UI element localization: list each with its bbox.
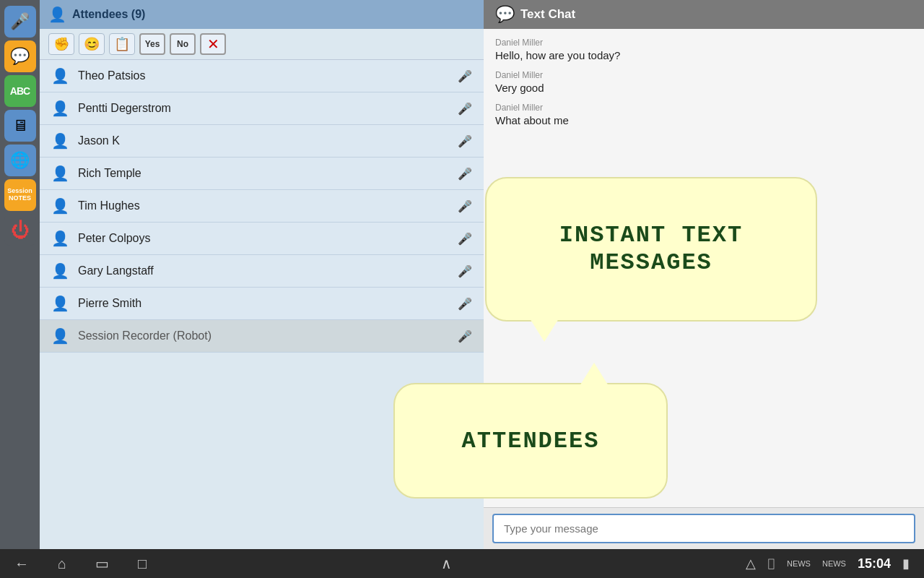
chat-text: Very good (495, 82, 912, 94)
chat-sender: Daniel Miller (495, 38, 912, 48)
mic-icon: 🎤 (458, 134, 472, 148)
emoji-clipboard[interactable]: 📋 (109, 33, 135, 55)
attendee-row[interactable]: 👤 Jason K 🎤 (40, 125, 484, 158)
news-icon1: NEWS (787, 559, 811, 568)
chat-message: Daniel Miller What about me (495, 103, 912, 126)
attendee-row[interactable]: 👤 Theo Patsios 🎤 (40, 60, 484, 92)
emoji-no[interactable]: No (170, 33, 196, 55)
attendee-name: Jason K (78, 134, 458, 147)
emoji-yes[interactable]: Yes (139, 33, 165, 55)
emoji-x[interactable]: ✕ (200, 33, 226, 55)
attendees-header: 👤 Attendees (9) (40, 0, 484, 29)
attendee-avatar: 👤 (51, 262, 69, 280)
attendees-title: Attendees (9) (72, 8, 145, 21)
bubble-instant-text: INSTANT TEXTMESSAGES (559, 222, 743, 277)
sidebar-icon-notes[interactable]: SessionNOTES (4, 179, 36, 211)
attendee-row[interactable]: 👤 Rich Temple 🎤 (40, 158, 484, 190)
bubble-instant-messages: INSTANT TEXTMESSAGES (485, 177, 817, 322)
attendee-row[interactable]: 👤 Session Recorder (Robot) 🎤 (40, 320, 484, 353)
chat-message: Daniel Miller Hello, how are you today? (495, 38, 912, 61)
emoji-toolbar: ✊ 😊 📋 Yes No ✕ (40, 29, 484, 60)
sidebar-icon-chat[interactable]: 💬 (4, 40, 36, 72)
emoji-fist[interactable]: ✊ (48, 33, 74, 55)
attendee-name: Pentti Degerstrom (78, 102, 458, 115)
chat-text: Hello, how are you today? (495, 49, 912, 61)
mic-icon: 🎤 (458, 232, 472, 246)
home-button[interactable]: ⌂ (58, 556, 66, 572)
sidebar-icon-abc[interactable]: ABC (4, 75, 36, 107)
attendee-avatar: 👤 (51, 132, 69, 150)
attendee-avatar: 👤 (51, 67, 69, 85)
mic-icon: 🎤 (458, 69, 472, 83)
recents-button[interactable]: ▭ (95, 555, 109, 572)
attendee-avatar: 👤 (51, 295, 69, 312)
attendee-row[interactable]: 👤 Pentti Degerstrom 🎤 (40, 92, 484, 125)
chat-text: What about me (495, 114, 912, 126)
sidebar-icon-globe[interactable]: 🌐 (4, 144, 36, 176)
chat-title: Text Chat (520, 7, 575, 22)
attendee-avatar: 👤 (51, 327, 69, 345)
system-time: 15:04 (858, 556, 891, 571)
chat-sender: Daniel Miller (495, 70, 912, 80)
nav-right: △ ⌷ NEWS NEWS 15:04 ▮ (746, 556, 910, 571)
attendee-name: Gary Langstaff (78, 264, 458, 277)
attendee-name: Rich Temple (78, 167, 458, 180)
attendee-name: Pierre Smith (78, 297, 458, 310)
attendee-name: Theo Patsios (78, 69, 458, 82)
attendee-avatar: 👤 (51, 230, 69, 247)
chat-input-area (484, 507, 924, 549)
chat-bubble-icon: 💬 (495, 5, 515, 24)
back-button[interactable]: ← (14, 556, 29, 572)
bubble-attendees: ATTENDEES (393, 383, 668, 499)
usb-icon: ⌷ (767, 556, 775, 571)
android-icon: △ (746, 556, 756, 571)
screenshot-button[interactable]: □ (138, 556, 147, 572)
attendee-row[interactable]: 👤 Gary Langstaff 🎤 (40, 255, 484, 288)
news-icon2: NEWS (822, 559, 846, 568)
nav-center: ∧ (441, 555, 452, 572)
attendee-name: Peter Colpoys (78, 232, 458, 245)
mic-icon: 🎤 (458, 329, 472, 343)
mic-icon: 🎤 (458, 167, 472, 181)
sidebar-icon-power[interactable]: ⏻ (4, 214, 36, 246)
attendee-name: Tim Hughes (78, 199, 458, 212)
attendee-avatar: 👤 (51, 100, 69, 117)
chat-message: Daniel Miller Very good (495, 70, 912, 94)
chat-sender: Daniel Miller (495, 103, 912, 113)
chevron-up-icon[interactable]: ∧ (441, 555, 452, 572)
bubble-attendees-text: ATTENDEES (462, 428, 600, 454)
attendees-person-icon: 👤 (48, 6, 66, 23)
sidebar: 🎤 💬 ABC 🖥 🌐 SessionNOTES ⏻ (0, 0, 40, 549)
mic-icon: 🎤 (458, 264, 472, 278)
nav-left: ← ⌂ ▭ □ (14, 555, 147, 572)
mic-icon: 🎤 (458, 297, 472, 311)
sidebar-icon-mic[interactable]: 🎤 (4, 6, 36, 38)
mic-icon: 🎤 (458, 102, 472, 116)
attendee-avatar: 👤 (51, 165, 69, 182)
attendee-row[interactable]: 👤 Pierre Smith 🎤 (40, 288, 484, 320)
emoji-smile[interactable]: 😊 (79, 33, 105, 55)
mic-icon: 🎤 (458, 199, 472, 213)
nav-bar: ← ⌂ ▭ □ ∧ △ ⌷ NEWS NEWS 15:04 ▮ (0, 549, 924, 578)
attendee-row[interactable]: 👤 Peter Colpoys 🎤 (40, 223, 484, 255)
chat-input[interactable] (492, 514, 915, 543)
chat-header: 💬 Text Chat (484, 0, 924, 29)
battery-icon: ▮ (902, 556, 910, 571)
attendee-name: Session Recorder (Robot) (78, 329, 458, 342)
attendee-row[interactable]: 👤 Tim Hughes 🎤 (40, 190, 484, 223)
attendee-avatar: 👤 (51, 197, 69, 215)
sidebar-icon-monitor[interactable]: 🖥 (4, 110, 36, 142)
